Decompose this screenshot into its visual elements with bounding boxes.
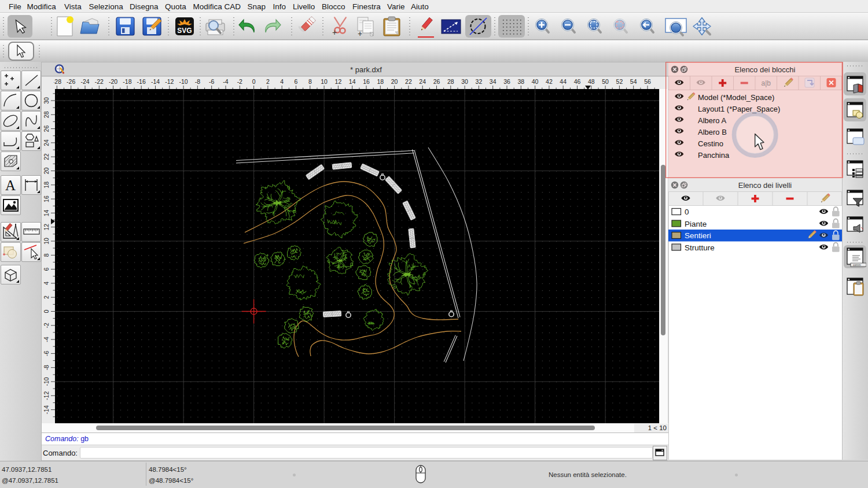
svg-text:-22: -22 <box>95 78 104 85</box>
svg-text:10: 10 <box>43 238 50 245</box>
svg-text:-16: -16 <box>137 78 146 85</box>
svg-text:12: 12 <box>335 78 342 85</box>
svg-text:24: 24 <box>419 78 426 85</box>
svg-text:44: 44 <box>560 78 567 85</box>
svg-text:28: 28 <box>43 111 50 118</box>
svg-text:0: 0 <box>43 309 50 313</box>
svg-text:Sentieri: Sentieri <box>685 231 711 240</box>
svg-text:-10: -10 <box>179 78 188 85</box>
svg-text:-26: -26 <box>67 78 75 85</box>
svg-text:26: 26 <box>433 78 440 85</box>
svg-text:-14: -14 <box>151 78 160 85</box>
svg-text:Strutture: Strutture <box>685 243 715 252</box>
svg-text:-4: -4 <box>223 78 228 85</box>
svg-text:Piante: Piante <box>685 220 707 228</box>
svg-text:56: 56 <box>644 78 651 85</box>
svg-text:18: 18 <box>377 78 384 85</box>
svg-text:+: + <box>332 28 337 37</box>
svg-text:SVG: SVG <box>177 27 192 35</box>
svg-text:-14: -14 <box>43 405 50 414</box>
svg-text:6: 6 <box>295 78 298 85</box>
svg-text:20: 20 <box>43 168 50 175</box>
svg-text:-28: -28 <box>54 78 61 85</box>
svg-text:24: 24 <box>43 139 50 146</box>
svg-text:20: 20 <box>391 78 398 85</box>
svg-text:18: 18 <box>43 182 50 188</box>
svg-text:22: 22 <box>405 78 412 85</box>
svg-text:Elenco dei livelli: Elenco dei livelli <box>738 181 792 190</box>
svg-text:48: 48 <box>588 78 595 85</box>
svg-text:36: 36 <box>503 78 510 85</box>
svg-text:32: 32 <box>476 78 483 85</box>
svg-text:16: 16 <box>363 78 370 85</box>
svg-text:50: 50 <box>602 78 609 85</box>
svg-text:-18: -18 <box>123 78 131 85</box>
svg-text:0: 0 <box>685 208 689 216</box>
svg-text:4: 4 <box>43 282 50 285</box>
svg-text:12: 12 <box>43 224 50 231</box>
svg-text:-2: -2 <box>237 78 242 85</box>
svg-text:-10: -10 <box>43 377 50 386</box>
svg-text:42: 42 <box>546 78 553 85</box>
svg-text:34: 34 <box>490 78 496 85</box>
svg-text:-8: -8 <box>195 78 200 85</box>
svg-text:30: 30 <box>43 97 50 104</box>
svg-text:2: 2 <box>43 295 50 299</box>
svg-text:0: 0 <box>252 78 256 85</box>
svg-text:2: 2 <box>266 78 270 85</box>
svg-text:14: 14 <box>349 78 356 85</box>
svg-text:-12: -12 <box>165 78 174 85</box>
svg-text:40: 40 <box>532 78 539 85</box>
svg-text:-6: -6 <box>209 78 214 85</box>
svg-text:-20: -20 <box>109 78 117 85</box>
svg-text:16: 16 <box>43 195 50 202</box>
svg-text:28: 28 <box>447 78 454 85</box>
svg-text:38: 38 <box>517 78 524 85</box>
svg-text:8: 8 <box>308 78 312 85</box>
svg-text:-24: -24 <box>80 78 89 85</box>
svg-text:-2: -2 <box>43 323 50 328</box>
svg-text:-6: -6 <box>43 351 50 356</box>
svg-text:4: 4 <box>280 78 284 85</box>
svg-text:46: 46 <box>574 78 581 85</box>
svg-text:-8: -8 <box>43 365 50 370</box>
svg-text:30: 30 <box>461 78 468 85</box>
svg-text:22: 22 <box>43 153 50 160</box>
svg-text:-12: -12 <box>43 391 50 400</box>
svg-text:26: 26 <box>43 125 50 132</box>
svg-text:52: 52 <box>616 78 623 85</box>
svg-text:8: 8 <box>43 253 50 257</box>
svg-text:A: A <box>5 178 16 193</box>
svg-text:+: + <box>358 29 362 38</box>
svg-text:54: 54 <box>630 78 637 85</box>
svg-text:6: 6 <box>43 268 50 271</box>
svg-text:14: 14 <box>43 209 50 216</box>
svg-text:-4: -4 <box>43 337 50 342</box>
svg-text:comm: comm <box>853 263 861 267</box>
svg-text:10: 10 <box>321 78 328 85</box>
